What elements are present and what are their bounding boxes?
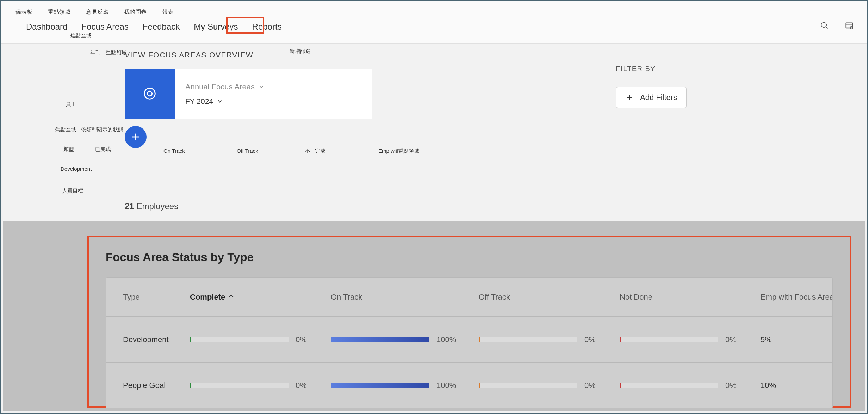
window-settings-icon[interactable] — [845, 21, 854, 31]
tab-my-surveys[interactable]: My Surveys — [194, 21, 238, 32]
percent-label: 100% — [436, 335, 458, 344]
sort-ascending-icon — [228, 294, 234, 300]
col-empwith[interactable]: Emp with Focus Areas — [761, 293, 833, 302]
nav-trans-dashboard: 儀表板 — [16, 8, 32, 17]
progress-bar — [190, 337, 289, 342]
lbl-focusarea: 焦點區域 — [55, 126, 76, 133]
lbl-development: Development — [61, 165, 92, 172]
col-complete[interactable]: Complete — [190, 293, 331, 302]
progress-bar — [620, 383, 718, 388]
bar-cell: 100% — [331, 335, 479, 344]
employee-count: 21 Employees — [125, 201, 178, 211]
progress-bar — [331, 337, 429, 342]
svg-point-0 — [821, 22, 826, 27]
nav-trans-focusareas: 重點領域 — [48, 8, 70, 17]
chevron-down-icon — [217, 99, 222, 104]
status-table: Type Complete On Track Off Track Not Don… — [106, 277, 833, 408]
lbl-not: 不 — [305, 148, 310, 155]
lbl-empwith: Emp with — [378, 148, 400, 154]
bar-cell: 0% — [190, 335, 331, 344]
bar-cell: 0% — [620, 381, 761, 390]
lbl-type: 類型 — [63, 146, 74, 153]
chevron-down-icon — [259, 84, 264, 89]
row-emp-label: 5% — [761, 335, 833, 344]
tab-reports[interactable]: Reports — [252, 21, 282, 32]
progress-bar — [479, 383, 577, 388]
add-overview-button[interactable] — [125, 126, 147, 148]
row-type-label: People Goal — [123, 381, 190, 390]
col-offtrack[interactable]: Off Track — [479, 293, 620, 302]
add-filters-label: Add Filters — [640, 93, 677, 102]
nav-trans-mysurveys: 我的問卷 — [124, 8, 147, 17]
overview-title: VIEW FOCUS AREAS OVERVIEW — [125, 51, 512, 59]
lbl-employee: 員工 — [66, 101, 76, 108]
percent-label: 0% — [725, 381, 746, 390]
top-navigation: 儀表板 重點領域 意見反應 我的問卷 報表 Dashboard Focus Ar… — [1, 1, 867, 44]
filter-title: FILTER BY — [616, 65, 837, 73]
lbl-ontrack: On Track — [163, 148, 185, 154]
svg-point-5 — [144, 88, 155, 99]
col-complete-label: Complete — [190, 293, 225, 302]
svg-line-1 — [826, 27, 828, 29]
topnav-tabs: Dashboard Focus Areas Feedback My Survey… — [26, 21, 282, 32]
search-icon[interactable] — [820, 21, 829, 31]
plus-icon — [625, 93, 634, 102]
status-table-header: Type Complete On Track Off Track Not Don… — [106, 278, 832, 316]
lbl-statusbytype: 依類型顯示的狀態 — [81, 126, 123, 133]
overview-card: Annual Focus Areas FY 2024 — [175, 69, 372, 119]
percent-label: 0% — [725, 335, 746, 344]
lbl-annual: 年刊 — [90, 49, 101, 56]
topnav-translated-labels: 儀表板 重點領域 意見反應 我的問卷 報表 — [16, 8, 173, 17]
status-title: Focus Area Status by Type — [106, 251, 833, 264]
dropdown-label-annual: Annual Focus Areas — [185, 82, 255, 92]
tab-feedback[interactable]: Feedback — [143, 21, 180, 32]
progress-bar — [331, 383, 429, 388]
lbl-done: 完成 — [315, 148, 326, 155]
percent-label: 0% — [296, 381, 317, 390]
tab-focus-areas[interactable]: Focus Areas — [81, 21, 128, 32]
lbl-offtrack: Off Track — [237, 148, 258, 154]
progress-bar — [479, 337, 577, 342]
fy2024-dropdown[interactable]: FY 2024 — [185, 97, 361, 106]
col-type[interactable]: Type — [123, 293, 190, 302]
lower-panel: Focus Area Status by Type Type Complete … — [3, 221, 865, 411]
table-row[interactable]: Development0%100%0%0%5% — [106, 316, 832, 362]
plus-icon — [131, 132, 141, 142]
svg-point-4 — [850, 26, 853, 29]
nav-trans-feedback: 意見反應 — [86, 8, 108, 17]
bar-cell: 100% — [331, 381, 479, 390]
filter-panel: FILTER BY Add Filters — [603, 54, 850, 119]
bar-cell: 0% — [479, 381, 620, 390]
bar-cell: 0% — [620, 335, 761, 344]
lbl-new-filter: 新增篩選 — [290, 48, 311, 55]
bar-cell: 0% — [190, 381, 331, 390]
emp-count-number: 21 — [125, 201, 134, 211]
row-type-label: Development — [123, 335, 190, 344]
tab-dashboard[interactable]: Dashboard — [26, 21, 67, 32]
lbl-focusareas2: 重點領域 — [106, 49, 127, 56]
percent-label: 0% — [584, 381, 606, 390]
overview-region: 年刊 重點領域 員工 焦點區域 依類型顯示的狀態 類型 已完成 Developm… — [1, 44, 867, 148]
row-emp-label: 10% — [761, 381, 833, 390]
percent-label: 0% — [296, 335, 317, 344]
col-ontrack[interactable]: On Track — [331, 293, 479, 302]
emp-count-label: Employees — [136, 201, 178, 211]
dropdown-label-fy: FY 2024 — [185, 97, 213, 106]
target-icon — [142, 86, 158, 103]
table-row[interactable]: People Goal0%100%0%0%10% — [106, 362, 832, 408]
nav-trans-reports: 報表 — [162, 8, 173, 17]
lbl-focusareas3: 重點領域 — [398, 148, 419, 155]
percent-label: 100% — [436, 381, 458, 390]
lbl-complete: 已完成 — [95, 146, 111, 153]
progress-bar — [620, 337, 718, 342]
progress-bar — [190, 383, 289, 388]
add-filters-button[interactable]: Add Filters — [616, 87, 687, 108]
annual-focus-areas-dropdown[interactable]: Annual Focus Areas — [185, 82, 361, 92]
bar-cell: 0% — [479, 335, 620, 344]
percent-label: 0% — [584, 335, 606, 344]
status-by-type-highlight: Focus Area Status by Type Type Complete … — [87, 236, 851, 408]
topnav-sublabel: 焦點區域 — [70, 32, 91, 39]
col-notdone[interactable]: Not Done — [620, 293, 761, 302]
lbl-peoplegoal: 人員目標 — [62, 187, 83, 194]
overview-tile-icon — [125, 69, 175, 119]
